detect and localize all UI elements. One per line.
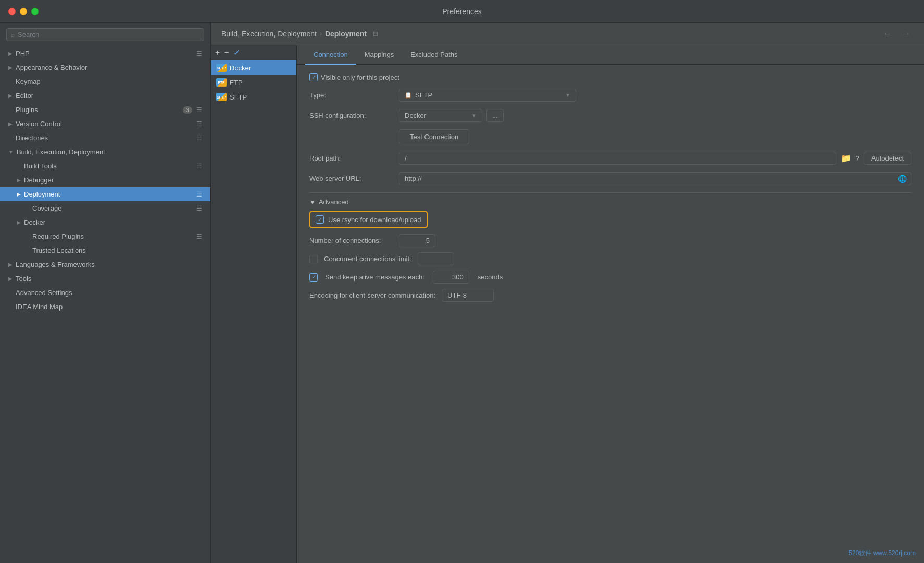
root-path-input[interactable]: [399, 152, 836, 165]
sidebar-item-required-plugins[interactable]: ▶ Required Plugins ☰: [0, 229, 210, 243]
panel-icon: ⊟: [373, 30, 378, 38]
concurrent-label: Concurrent connections limit:: [324, 255, 411, 263]
sidebar-item-coverage[interactable]: ▶ Coverage ☰: [0, 201, 210, 215]
breadcrumb-separator: ›: [320, 30, 322, 38]
tab-excluded-paths[interactable]: Excluded Paths: [402, 45, 466, 64]
settings-icon: ☰: [196, 50, 202, 57]
help-icon[interactable]: ?: [855, 154, 859, 163]
chevron-right-icon: ▶: [8, 262, 13, 267]
sidebar-item-tools[interactable]: ▶ Tools: [0, 272, 210, 286]
sidebar-item-label: Deployment: [24, 190, 194, 198]
type-control: 📋 SFTP ▼: [399, 89, 911, 102]
type-select[interactable]: 📋 SFTP ▼: [399, 89, 576, 102]
autodetect-button[interactable]: Autodetect: [864, 152, 911, 165]
sidebar-item-build-tools[interactable]: ▶ Build Tools ☰: [0, 159, 210, 173]
connections-row: Number of connections:: [309, 234, 911, 247]
server-label: SFTP: [230, 93, 247, 101]
sidebar-item-plugins[interactable]: ▶ Plugins 3 ☰: [0, 103, 210, 117]
type-value: SFTP: [415, 91, 562, 99]
apply-button[interactable]: ✓: [233, 48, 240, 57]
back-button[interactable]: ←: [880, 28, 895, 40]
ssh-config-control: Docker ▼ ...: [399, 109, 504, 122]
sidebar-item-deployment[interactable]: ▶ Deployment ☰: [0, 187, 210, 201]
type-label: Type:: [309, 91, 393, 99]
remove-server-button[interactable]: −: [224, 48, 229, 57]
sidebar-item-idea-mind-map[interactable]: ▶ IDEA Mind Map: [0, 300, 210, 314]
encoding-input[interactable]: [442, 289, 494, 302]
web-server-url-label: Web server URL:: [309, 175, 393, 182]
sidebar-item-advanced-settings[interactable]: ▶ Advanced Settings: [0, 286, 210, 300]
test-connection-button[interactable]: Test Connection: [399, 129, 469, 144]
server-item-ftp[interactable]: FTP FTP: [211, 75, 296, 90]
forward-button[interactable]: →: [899, 28, 914, 40]
rsync-checkbox[interactable]: [316, 215, 324, 224]
concurrent-input[interactable]: [418, 252, 454, 265]
minimize-button[interactable]: [20, 8, 27, 15]
rsync-label: Use rsync for download/upload: [328, 216, 421, 224]
sidebar-item-label: Build, Execution, Deployment: [17, 148, 202, 156]
breadcrumb-current: Deployment: [325, 30, 367, 38]
sftp-icon: SFTP: [216, 93, 227, 101]
root-path-control: 📁 ? Autodetect: [399, 152, 911, 165]
ssh-config-row: SSH configuration: Docker ▼ ...: [309, 109, 911, 122]
maximize-button[interactable]: [31, 8, 39, 15]
sidebar: ⌕ ▶ PHP ☰ ▶ Appearance & Behavior ▶ Keym…: [0, 23, 211, 563]
search-input[interactable]: [18, 31, 199, 39]
chevron-right-icon: ▶: [8, 121, 13, 127]
settings-icon: ☰: [196, 134, 202, 142]
watermark: 520软件 www.520rj.com: [848, 549, 916, 558]
globe-icon: 🌐: [894, 175, 911, 183]
tabs-bar: Connection Mappings Excluded Paths: [297, 45, 924, 65]
sidebar-item-languages[interactable]: ▶ Languages & Frameworks: [0, 258, 210, 272]
checkbox-visible-only[interactable]: [309, 73, 318, 81]
sidebar-item-build-execution[interactable]: ▼ Build, Execution, Deployment: [0, 145, 210, 159]
visible-only-checkbox[interactable]: Visible only for this project: [309, 73, 399, 81]
sidebar-item-docker[interactable]: ▶ Docker: [0, 215, 210, 229]
settings-icon: ☰: [196, 191, 202, 198]
close-button[interactable]: [8, 8, 16, 15]
server-item-docker[interactable]: SFTP Docker: [211, 60, 296, 75]
root-path-label: Root path:: [309, 154, 393, 162]
keepalive-row: Send keep alive messages each: seconds: [309, 271, 911, 284]
keepalive-input[interactable]: [433, 271, 469, 284]
sidebar-item-label: Build Tools: [24, 162, 194, 170]
settings-panel: Connection Mappings Excluded Paths: [297, 45, 924, 563]
connections-input[interactable]: [399, 234, 435, 247]
folder-icon[interactable]: 📁: [841, 153, 851, 163]
sidebar-item-php[interactable]: ▶ PHP ☰: [0, 46, 210, 60]
sidebar-item-label: Version Control: [16, 120, 194, 128]
sidebar-item-appearance[interactable]: ▶ Appearance & Behavior: [0, 60, 210, 75]
web-server-url-control[interactable]: 🌐: [399, 172, 911, 185]
sidebar-item-debugger[interactable]: ▶ Debugger: [0, 173, 210, 187]
tab-mappings[interactable]: Mappings: [356, 45, 402, 64]
rsync-checkbox-highlighted[interactable]: Use rsync for download/upload: [309, 211, 428, 228]
add-server-button[interactable]: +: [215, 48, 220, 57]
advanced-section: ▼ Advanced Use rsync for download/upload: [309, 192, 911, 302]
sidebar-item-editor[interactable]: ▶ Editor: [0, 89, 210, 103]
search-box[interactable]: ⌕: [6, 28, 204, 41]
concurrent-checkbox[interactable]: [309, 255, 318, 263]
sidebar-item-label: IDEA Mind Map: [16, 303, 202, 311]
ftp-icon: FTP: [216, 78, 227, 87]
server-item-sftp[interactable]: SFTP SFTP: [211, 90, 296, 104]
web-server-url-input[interactable]: [399, 173, 894, 185]
keepalive-unit: seconds: [478, 273, 503, 281]
advanced-header[interactable]: ▼ Advanced: [309, 198, 911, 206]
ssh-config-more-button[interactable]: ...: [486, 109, 504, 122]
ssh-config-select[interactable]: Docker ▼: [399, 109, 482, 122]
sidebar-item-trusted-locations[interactable]: ▶ Trusted Locations: [0, 243, 210, 258]
sidebar-item-version-control[interactable]: ▶ Version Control ☰: [0, 117, 210, 131]
keepalive-checkbox[interactable]: [309, 273, 318, 282]
navigation-buttons: ← →: [880, 28, 914, 40]
form-content: Visible only for this project Type: 📋 SF…: [297, 65, 924, 310]
tab-connection[interactable]: Connection: [305, 45, 356, 65]
sftp-icon: SFTP: [216, 64, 227, 72]
search-icon: ⌕: [11, 31, 15, 39]
settings-icon: ☰: [196, 205, 202, 212]
main-container: ⌕ ▶ PHP ☰ ▶ Appearance & Behavior ▶ Keym…: [0, 23, 924, 563]
keepalive-label: Send keep alive messages each:: [325, 273, 424, 281]
sidebar-item-directories[interactable]: ▶ Directories ☰: [0, 131, 210, 145]
sidebar-item-label: Debugger: [24, 176, 202, 184]
sidebar-item-keymap[interactable]: ▶ Keymap: [0, 75, 210, 89]
server-list-panel: + − ✓ SFTP Docker FTP FTP SFTP SFTP: [211, 45, 297, 563]
